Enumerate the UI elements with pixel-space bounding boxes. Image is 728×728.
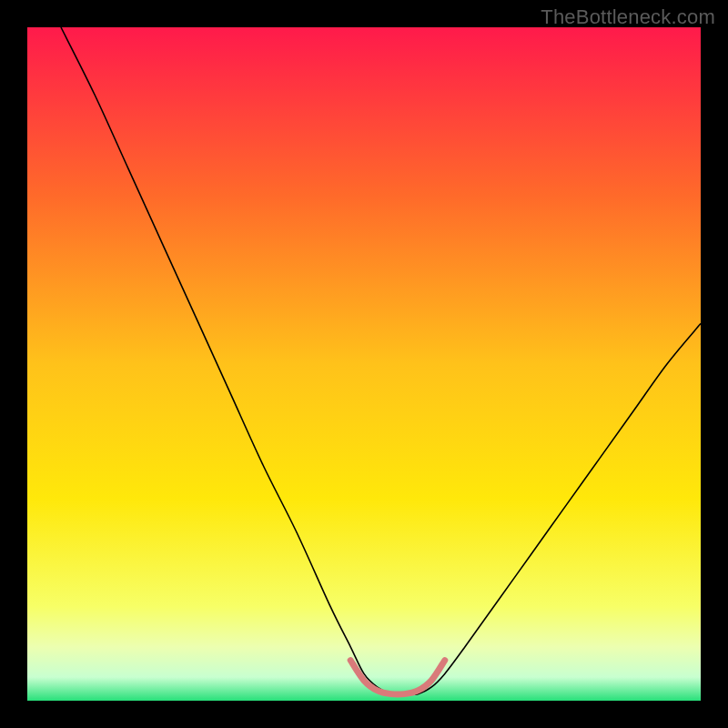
- watermark-text: TheBottleneck.com: [541, 5, 715, 29]
- plot-area: [27, 27, 701, 701]
- series-bottleneck-curve: [61, 27, 701, 694]
- series-flat-bottom-marker: [350, 661, 445, 694]
- curve-layer: [27, 27, 701, 701]
- chart-frame: TheBottleneck.com: [0, 0, 728, 728]
